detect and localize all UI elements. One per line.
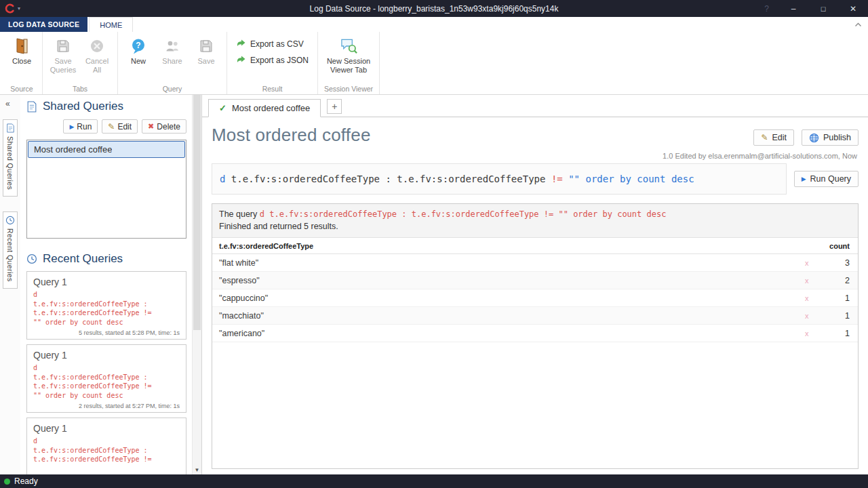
run-label: Run [77,122,92,131]
edit-label: Edit [772,133,787,142]
export-csv-icon [236,39,246,49]
cancel-all-button[interactable]: Cancel All [80,34,114,77]
collapse-ribbon-icon[interactable] [854,19,862,29]
edit-button[interactable]: ✎ Edit [102,119,138,134]
save-queries-button[interactable]: Save Queries [46,34,80,77]
tab-home[interactable]: HOME [89,17,133,32]
pencil-icon: ✎ [761,133,768,142]
publish-button[interactable]: Publish [802,129,859,146]
ribbon-group-session-viewer: New Session Viewer Tab Session Viewer [318,32,380,94]
export-json-button[interactable]: Export as JSON [233,54,311,66]
collapse-panel-icon[interactable]: « [0,99,10,108]
pencil-icon: ✎ [108,122,115,131]
row-remove-icon[interactable]: x [805,259,825,267]
recent-query-text: dt.e.fv:s:orderedCoffeeType :t.e.fv:s:or… [33,363,180,400]
recent-query-card[interactable]: Query 1 dt.e.fv:s:orderedCoffeeType :t.e… [26,344,186,413]
row-remove-icon[interactable]: x [805,312,825,320]
shared-queries-list[interactable]: Most ordered coffee [26,140,186,239]
sidebar-scrollbar[interactable]: ▼ [192,95,201,474]
scrollbar-thumb[interactable] [193,95,201,330]
globe-icon [809,133,819,143]
cancel-all-label: Cancel All [81,57,113,74]
shared-queries-title: Shared Queries [43,100,123,113]
result-value: "flat white" [219,258,805,268]
save-query-button[interactable]: Save [189,34,223,68]
scroll-down-icon[interactable]: ▼ [193,467,201,473]
shared-queries-header: Shared Queries [26,100,188,113]
tab-most-ordered-coffee[interactable]: ✓ Most ordered coffee [208,99,321,117]
recent-queries-list: Query 1 dt.e.fv:s:orderedCoffeeType :t.e… [26,271,186,474]
share-query-button[interactable]: Share [155,34,189,68]
result-row: "macchiato" x 1 [212,307,858,325]
side-tab-strip: « Shared Queries Recent Queries [0,95,20,474]
status-green-icon [4,479,10,485]
help-icon[interactable]: ? [764,4,769,14]
ribbon-group-tabs: Save Queries Cancel All Tabs [43,32,118,94]
query-echo-prefix: The query [219,209,260,219]
recent-query-card[interactable]: Query 1 dt.e.fv:s:orderedCoffeeType :t.e… [26,271,186,340]
run-query-button[interactable]: ▶ Run Query [794,171,859,187]
run-button[interactable]: ▶ Run [63,119,98,134]
result-row: "espresso" x 2 [212,272,858,289]
document-actions: ✎ Edit Publish [753,125,859,146]
row-remove-icon[interactable]: x [805,277,825,285]
run-icon: ▶ [69,123,74,130]
svg-text:?: ? [136,40,140,49]
query-token: t.e.fv:s:orderedCoffeeType [231,174,386,184]
row-remove-icon[interactable]: x [805,329,825,338]
result-count: 1 [825,311,850,321]
result-row: "flat white" x 3 [212,254,858,272]
results-table-header: t.e.fv:s:orderedCoffeeType count [212,238,858,254]
run-icon: ▶ [802,176,806,182]
delete-icon: ✖ [148,122,154,131]
tab-log-data-source[interactable]: LOG DATA SOURCE [0,17,87,32]
export-csv-label: Export as CSV [250,39,304,49]
check-icon: ✓ [219,103,226,113]
results-table: "flat white" x 3 "espresso" x 2 "cappucc… [212,254,858,342]
group-label-query: Query [118,85,226,93]
results-summary: The query d t.e.fv:s:orderedCoffeeType :… [212,204,858,238]
result-count: 3 [825,258,850,268]
minimize-button[interactable]: – [778,0,808,17]
edit-query-button[interactable]: ✎ Edit [753,129,794,146]
vertical-tab-recent-queries[interactable]: Recent Queries [3,211,18,289]
recent-query-card[interactable]: Query 1 dt.e.fv:s:orderedCoffeeType :t.e… [26,418,186,474]
share-people-icon [163,37,182,55]
app-menu[interactable]: ▾ [0,3,20,14]
add-tab-button[interactable]: + [327,99,342,114]
save-queries-label: Save Queries [47,57,79,74]
shared-query-label: Most ordered coffee [34,144,112,155]
maximize-button[interactable]: □ [808,0,838,17]
result-count: 2 [825,276,850,285]
column-count: count [825,242,850,250]
shared-query-item[interactable]: Most ordered coffee [28,141,185,158]
result-status: Finished and returned 5 results. [219,222,851,231]
save-icon [54,37,73,55]
export-json-icon [236,55,246,65]
vertical-tab-label: Shared Queries [6,136,14,190]
vertical-tab-shared-queries[interactable]: Shared Queries [3,119,18,197]
delete-button[interactable]: ✖ Delete [142,119,186,134]
new-query-button[interactable]: ? New [121,34,155,68]
query-input[interactable]: d t.e.fv:s:orderedCoffeeType : t.e.fv:s:… [212,163,787,195]
new-session-viewer-tab-button[interactable]: New Session Viewer Tab [321,34,376,77]
recent-queries-header: Recent Queries [26,252,188,266]
shared-query-actions: ▶ Run ✎ Edit ✖ Delete [26,119,186,134]
queries-panel: Shared Queries ▶ Run ✎ Edit ✖ Delete Mos… [20,95,192,474]
export-json-label: Export as JSON [250,56,309,65]
result-value: "americano" [219,329,805,338]
delete-label: Delete [157,122,180,131]
query-token: : [385,174,397,184]
recent-query-text: dt.e.fv:s:orderedCoffeeType :t.e.fv:s:or… [33,290,180,327]
row-remove-icon[interactable]: x [805,294,825,302]
export-csv-button[interactable]: Export as CSV [233,38,311,49]
close-window-button[interactable]: ✕ [838,0,868,17]
document-tab-bar: ✓ Most ordered coffee + [202,95,868,117]
status-text: Ready [14,476,38,486]
recent-queries-title: Recent Queries [43,252,123,266]
query-row: d t.e.fv:s:orderedCoffeeType : t.e.fv:s:… [212,163,859,195]
group-label-source: Source [1,85,42,93]
close-source-button[interactable]: Close [5,34,39,68]
recent-query-text: dt.e.fv:s:orderedCoffeeType :t.e.fv:s:or… [33,436,180,464]
result-row: "americano" x 1 [212,325,858,342]
